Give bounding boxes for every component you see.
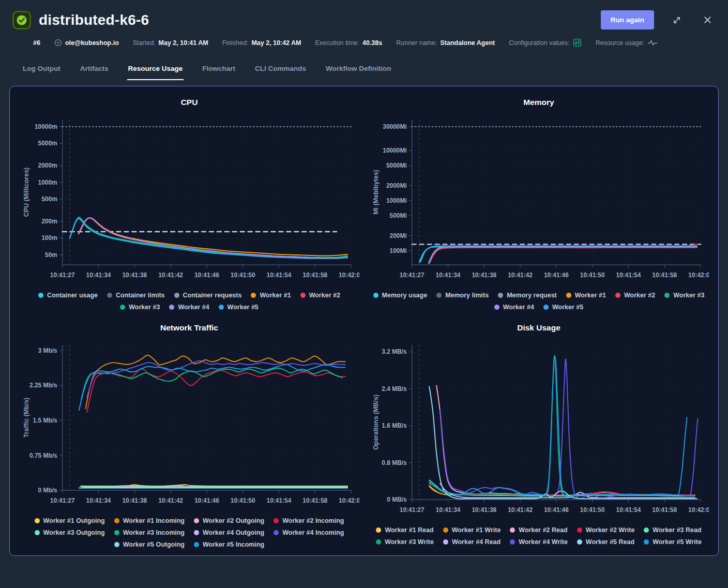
memory-chart-title: Memory (369, 98, 709, 107)
legend-label: Worker #1 Outgoing (43, 517, 105, 524)
legend-label: Worker #5 (552, 304, 583, 311)
svg-text:10:41:54: 10:41:54 (267, 272, 292, 279)
svg-text:10:41:50: 10:41:50 (231, 272, 255, 279)
legend-label: Worker #2 Write (586, 526, 635, 534)
disk-usage-chart-cell: Disk Usage 3.2 MB/s2.4 MB/s1.6 MB/s0.8 M… (369, 322, 709, 548)
legend-label: Container requests (183, 292, 242, 299)
legend-label: Worker #2 Read (519, 526, 567, 534)
legend-dot (566, 293, 571, 298)
svg-text:10:41:42: 10:41:42 (508, 506, 533, 514)
svg-text:10000Mi: 10000Mi (383, 147, 407, 154)
svg-text:3.2 MB/s: 3.2 MB/s (382, 348, 407, 355)
legend-item: Worker #3 (664, 292, 704, 299)
legend-label: Worker #3 (673, 292, 704, 299)
svg-text:5000m: 5000m (38, 140, 57, 147)
legend-dot (35, 530, 40, 535)
svg-text:1.6 MB/s: 1.6 MB/s (382, 422, 407, 429)
tab-log-output[interactable]: Log Output (22, 59, 62, 80)
cpu-chart-cell: CPU 10000m5000m2000m1000m500m200m100m50m… (19, 97, 359, 311)
legend-item: Worker #2 (615, 292, 655, 299)
memory-chart-cell: Memory 30000Mi10000Mi5000Mi2000Mi1000Mi5… (369, 97, 709, 311)
close-button[interactable] (700, 12, 716, 28)
run-again-button[interactable]: Run again (601, 10, 654, 29)
legend-item: Worker #4 (494, 304, 534, 311)
tab-cli-commands[interactable]: CLI Commands (254, 59, 307, 80)
tab-resource-usage[interactable]: Resource Usage (127, 59, 184, 80)
triggered-by: ole@kubeshop.io (54, 39, 119, 47)
svg-text:10:41:38: 10:41:38 (122, 497, 147, 504)
legend-dot (577, 539, 582, 545)
svg-text:Operations (MB/s): Operations (MB/s) (372, 395, 380, 450)
legend-item: Container limits (107, 292, 164, 299)
legend-label: Worker #5 Read (586, 538, 634, 546)
svg-text:10:41:34: 10:41:34 (436, 506, 461, 514)
legend-dot (373, 293, 378, 298)
legend-dot (219, 305, 224, 310)
status-success-icon (12, 11, 31, 29)
legend-dot (376, 539, 381, 545)
legend-item: Memory request (498, 292, 557, 299)
legend-label: Worker #4 (503, 304, 534, 311)
svg-text:10000m: 10000m (35, 123, 57, 130)
expand-icon (672, 16, 681, 25)
legend-label: Worker #4 (178, 304, 209, 311)
legend-label: Worker #2 Incoming (282, 517, 344, 524)
legend-dot (114, 542, 119, 547)
svg-text:10:41:54: 10:41:54 (616, 506, 641, 514)
legend-item: Worker #2 (300, 292, 340, 299)
svg-text:0.8 MB/s: 0.8 MB/s (382, 459, 407, 466)
svg-text:Traffic (Mb/s): Traffic (Mb/s) (23, 398, 30, 438)
svg-text:Mi (Mebibytes): Mi (Mebibytes) (372, 170, 380, 214)
tab-artifacts[interactable]: Artifacts (79, 59, 110, 80)
svg-text:10:41:38: 10:41:38 (472, 272, 496, 279)
svg-text:10:41:38: 10:41:38 (122, 272, 147, 279)
resource-usage-icon[interactable] (647, 39, 658, 47)
configuration-values-icon[interactable] (573, 38, 582, 47)
legend-dot (274, 518, 279, 523)
expand-button[interactable] (669, 12, 685, 28)
legend-dot (114, 530, 119, 535)
tab-workflow-definition[interactable]: Workflow Definition (325, 59, 392, 80)
user-email: ole@kubeshop.io (65, 39, 119, 47)
legend-item: Worker #1 Read (376, 526, 433, 534)
legend-label: Worker #3 Incoming (123, 529, 185, 536)
legend-dot (194, 530, 199, 535)
legend-item: Worker #5 Write (644, 538, 702, 546)
legend-label: Container usage (47, 292, 98, 299)
legend-label: Worker #3 Write (385, 538, 434, 546)
legend-dot (664, 293, 670, 298)
legend-label: Worker #4 Read (452, 538, 501, 546)
legend-item: Worker #3 Write (376, 538, 434, 546)
legend-dot (251, 293, 256, 298)
cpu-chart-title: CPU (19, 98, 359, 107)
network-traffic-chart-cell: Network Traffic 3 Mb/s2.25 Mb/s1.5 Mb/s0… (19, 322, 359, 548)
network-traffic-chart-title: Network Traffic (19, 323, 359, 333)
legend-dot (498, 293, 503, 298)
svg-text:10:41:34: 10:41:34 (436, 272, 461, 279)
legend-dot (510, 527, 515, 533)
svg-text:10:41:42: 10:41:42 (158, 272, 183, 279)
svg-text:30000Mi: 30000Mi (383, 123, 407, 130)
svg-text:10:41:38: 10:41:38 (472, 506, 496, 514)
legend-dot (300, 293, 306, 298)
legend-label: Worker #5 Incoming (203, 541, 264, 548)
legend-dot (174, 293, 179, 298)
svg-text:10:41:50: 10:41:50 (580, 272, 605, 279)
svg-text:10:41:42: 10:41:42 (158, 497, 183, 504)
legend-dot (107, 293, 112, 298)
legend-item: Worker #3 Incoming (114, 529, 185, 536)
svg-text:10:41:58: 10:41:58 (652, 272, 677, 279)
svg-text:200Mi: 200Mi (390, 232, 407, 239)
legend-item: Worker #4 Read (443, 538, 501, 546)
svg-text:0 Mb/s: 0 Mb/s (38, 487, 58, 494)
meta-resource-usage: Resource usage: (596, 39, 658, 47)
meta-execution-time: Execution time: 40.38s (315, 39, 383, 47)
svg-text:10:41:50: 10:41:50 (231, 497, 255, 504)
svg-text:10:41:27: 10:41:27 (400, 506, 424, 514)
tab-flowchart[interactable]: Flowchart (201, 59, 236, 80)
legend-label: Memory limits (445, 292, 489, 299)
legend-dot (436, 293, 442, 298)
legend-item: Worker #4 (169, 304, 209, 311)
resource-usage-panel: CPU 10000m5000m2000m1000m500m200m100m50m… (9, 86, 719, 556)
svg-text:CPU (Millicores): CPU (Millicores) (23, 168, 30, 217)
